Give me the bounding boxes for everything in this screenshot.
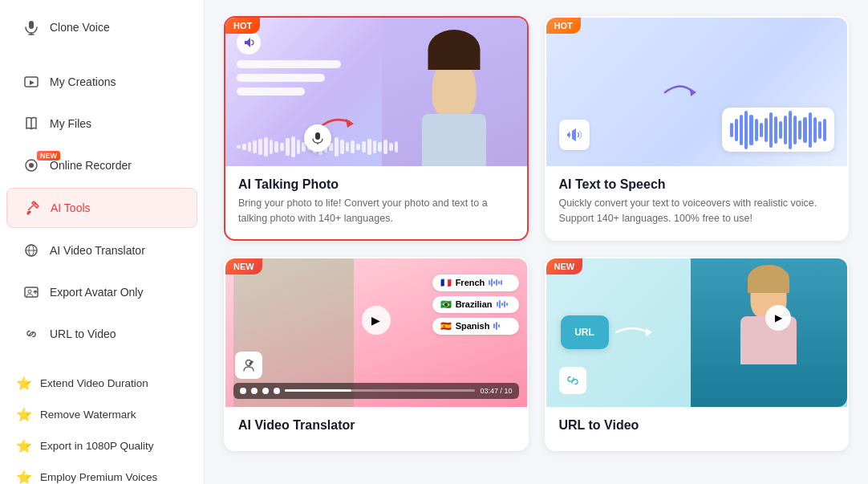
sidebar-item-my-files[interactable]: My Files	[6, 104, 197, 143]
new-badge-translator: NEW	[225, 258, 262, 275]
video-time: 03:47 / 10	[480, 387, 512, 395]
girl-url	[691, 258, 847, 407]
sidebar-item-export-avatar-label: Export Avatar Only	[50, 286, 143, 299]
tool-card-video-translator[interactable]: NEW ▶ 🇫🇷French 🇧🇷Brazilian 🇪🇸Spanish	[224, 257, 529, 451]
lang-tag-spanish: 🇪🇸Spanish	[432, 318, 519, 335]
sidebar-item-export-1080p[interactable]: ⭐ Export in 1080P Quality	[0, 430, 204, 462]
girl-bg: ▶ 🇫🇷French 🇧🇷Brazilian 🇪🇸Spanish	[225, 258, 527, 407]
svg-point-8	[27, 211, 29, 213]
svg-rect-21	[491, 279, 493, 287]
tts-body: AI Text to Speech Quickly convert your t…	[546, 166, 848, 239]
chat-line-1	[237, 60, 341, 68]
svg-marker-4	[30, 80, 34, 85]
sidebar-item-clone-voice[interactable]: Clone Voice	[6, 8, 197, 47]
sidebar-item-my-creations[interactable]: My Creations	[6, 63, 197, 101]
tts-wave-box	[722, 108, 834, 152]
ctrl-dot-2	[251, 388, 258, 394]
body	[422, 114, 486, 166]
svg-rect-28	[501, 303, 503, 306]
mic-circle	[304, 124, 331, 152]
sidebar: Clone Voice My Creations My Files	[0, 0, 205, 484]
sidebar-item-export-avatar-only[interactable]: Export Avatar Only	[6, 273, 197, 311]
talking-photo-body: AI Talking Photo Bring your photo to lif…	[225, 166, 527, 239]
lang-tags: 🇫🇷French 🇧🇷Brazilian 🇪🇸Spanish	[432, 275, 519, 335]
hair	[428, 30, 481, 70]
sidebar-item-my-creations-label: My Creations	[50, 75, 116, 88]
url-play-btn[interactable]: ▶	[765, 305, 791, 331]
tts-arrow-svg	[661, 76, 701, 108]
star-icon-1080p: ⭐	[16, 438, 32, 453]
export-avatar-icon	[22, 283, 40, 301]
svg-rect-22	[493, 281, 495, 284]
progress-bar	[285, 389, 475, 392]
svg-rect-31	[493, 323, 495, 328]
flag-french: 🇫🇷	[440, 278, 452, 288]
star-icon-watermark: ⭐	[16, 407, 32, 422]
svg-rect-20	[489, 280, 490, 285]
sidebar-item-online-recorder-label: Online Recorder	[50, 159, 132, 172]
new-badge: NEW	[37, 151, 60, 161]
svg-marker-19	[690, 88, 696, 96]
extend-video-label: Extend Video Duration	[40, 377, 148, 389]
tool-card-talking-photo[interactable]: HOT	[224, 16, 529, 241]
ai-video-translator-icon	[22, 242, 40, 259]
svg-point-7	[29, 163, 34, 168]
url-girl-hair	[748, 265, 789, 293]
talking-photo-thumbnail: HOT	[225, 18, 527, 166]
svg-rect-0	[29, 21, 34, 29]
label-brazilian: Brazilian	[456, 299, 493, 309]
person-shape	[382, 18, 526, 166]
sidebar-item-url-to-video[interactable]: URL to Video	[6, 315, 197, 353]
sidebar-item-extend-video[interactable]: ⭐ Extend Video Duration	[0, 368, 204, 399]
svg-rect-30	[506, 303, 508, 306]
sidebar-item-ai-tools[interactable]: AI Tools	[6, 188, 197, 228]
clone-voice-icon	[22, 18, 40, 36]
lang-tag-brazilian: 🇧🇷Brazilian	[432, 296, 519, 313]
sidebar-item-online-recorder[interactable]: Online Recorder NEW	[6, 146, 197, 185]
ctrl-dot-4	[274, 388, 280, 394]
video-translator-thumbnail: NEW ▶ 🇫🇷French 🇧🇷Brazilian 🇪🇸Spanish	[225, 258, 527, 407]
svg-rect-33	[498, 324, 500, 327]
url-box: URL	[561, 315, 609, 349]
talking-photo-desc: Bring your photo to life! Convert your p…	[238, 196, 514, 226]
sidebar-item-remove-watermark[interactable]: ⭐ Remove Watermark	[0, 399, 204, 430]
url-bg: URL ▶	[546, 258, 848, 407]
sidebar-item-ai-video-translator[interactable]: AI Video Translator	[6, 231, 197, 270]
tts-desc: Quickly convert your text to voiceovers …	[559, 196, 835, 226]
lang-tag-french: 🇫🇷French	[432, 275, 519, 291]
svg-point-13	[28, 290, 31, 293]
tool-card-url-to-video[interactable]: NEW URL	[545, 257, 850, 451]
star-icon-voices: ⭐	[16, 470, 32, 484]
svg-rect-32	[496, 322, 497, 330]
my-files-icon	[22, 115, 40, 132]
svg-rect-15	[315, 132, 320, 140]
star-icon-extend: ⭐	[16, 376, 32, 391]
sidebar-item-ai-video-translator-label: AI Video Translator	[50, 244, 145, 257]
sidebar-item-premium-voices[interactable]: ⭐ Employ Premium Voices	[0, 462, 204, 484]
avatar-container	[382, 18, 526, 166]
url-icon-bottom	[559, 367, 586, 394]
tools-grid: HOT	[224, 16, 849, 451]
sidebar-item-url-to-video-label: URL to Video	[50, 327, 116, 340]
chat-line-3	[237, 87, 305, 96]
svg-rect-25	[501, 280, 502, 285]
hot-badge-talking: HOT	[225, 18, 260, 34]
url-arrow	[612, 320, 656, 344]
svg-rect-18	[569, 132, 570, 138]
sidebar-item-clone-voice-label: Clone Voice	[50, 21, 110, 34]
label-spanish: Spanish	[456, 321, 490, 331]
url-arrow-svg	[612, 320, 656, 344]
main-content: HOT	[205, 0, 868, 484]
url-to-video-thumbnail: NEW URL	[546, 258, 848, 407]
tts-thumbnail: HOT	[546, 18, 848, 166]
url-to-video-body: URL to Video	[546, 407, 848, 449]
tool-card-tts[interactable]: HOT	[545, 16, 850, 241]
ctrl-dot-3	[262, 388, 269, 394]
video-translator-body: AI Video Translator	[225, 407, 527, 449]
svg-rect-29	[504, 301, 505, 307]
svg-rect-27	[499, 300, 501, 308]
new-badge-url: NEW	[546, 258, 583, 275]
play-button-translator[interactable]: ▶	[362, 306, 391, 335]
arrow-tts	[661, 76, 701, 108]
url-to-video-title: URL to Video	[559, 418, 835, 433]
